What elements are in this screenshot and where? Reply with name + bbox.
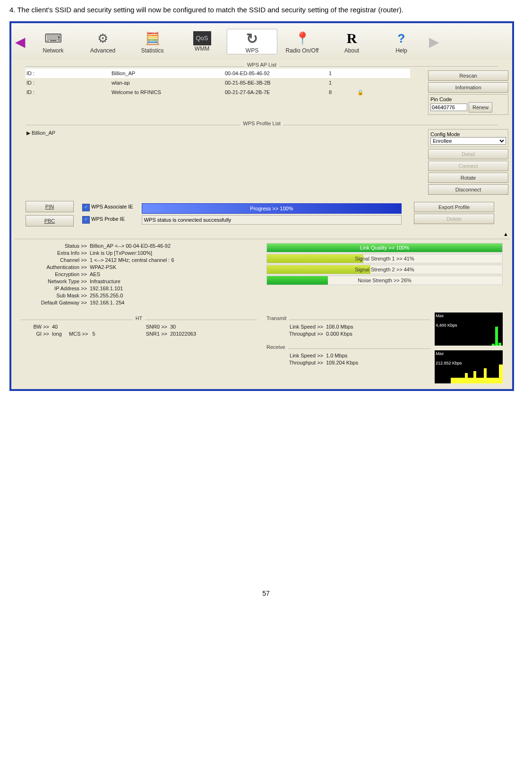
channel-label: Channel >> (21, 257, 90, 263)
noise-strength-bar: Noise Strength >> 26% (266, 276, 503, 285)
forward-arrow-icon[interactable]: ▶ (426, 34, 442, 50)
pin-button[interactable]: PIN (26, 201, 74, 212)
subnet-value: 255.255.255.0 (90, 293, 123, 298)
snr1-value: 201022063 (170, 331, 196, 337)
transmit-title: Transmit (266, 315, 286, 321)
pbc-button[interactable]: PBC (26, 215, 74, 226)
page-number: 57 (9, 590, 523, 597)
network-type-label: Network Type >> (21, 278, 90, 284)
progress-bar: Progress >> 100% (142, 203, 402, 214)
pin-code-input[interactable] (430, 104, 467, 111)
config-mode-select[interactable]: Enrollee (430, 137, 506, 145)
tab-help[interactable]: ?Help (377, 29, 426, 54)
svg-rect-4 (465, 373, 468, 383)
tab-label: WMM (195, 45, 209, 52)
ht-info: BW >>40 SNR0 >>30 GI >>long MCS >> 5 SNR… (21, 324, 257, 338)
config-mode-label: Config Mode (430, 131, 460, 137)
disconnect-button[interactable]: Disconnect (428, 184, 508, 195)
information-button[interactable]: Information (428, 82, 508, 93)
detail-button[interactable]: Detail (428, 149, 508, 159)
ip-value: 192.168.1.101 (90, 286, 123, 291)
back-arrow-icon[interactable]: ◀ (12, 34, 28, 50)
tab-label: Help (395, 47, 407, 54)
receive-title: Receive (266, 344, 285, 350)
rx-throughput-label: Throughput >> (266, 360, 326, 365)
tx-throughput-label: Throughput >> (266, 331, 326, 337)
wps-refresh-icon: ↻ (227, 29, 277, 47)
main-toolbar: ◀ ⌨Network ⚙Advanced 🧮Statistics QoSWMM … (11, 23, 512, 60)
tx-max-label: Max (436, 313, 502, 318)
ap-row[interactable]: ID : wlan-ap 00-21-85-BE-3B-2B 1 (26, 78, 410, 87)
ap-channel: 8 (329, 89, 357, 95)
tab-label: WPS (246, 47, 258, 54)
tab-wps[interactable]: ↻WPS (227, 29, 277, 54)
gateway-value: 192.168.1. 254 (90, 300, 124, 305)
connect-button[interactable]: Connect (428, 161, 508, 171)
tab-network[interactable]: ⌨Network (28, 29, 78, 54)
renew-button[interactable]: Renew (469, 102, 492, 113)
export-profile-button[interactable]: Export Profile (414, 202, 494, 212)
mcs-value: 5 (93, 331, 95, 337)
document-text: 4. The client's SSID and security settin… (9, 5, 523, 15)
ap-row[interactable]: ID : Welcome to RFINICS 00-21-27-6A-2B-7… (26, 87, 410, 97)
ap-ssid: Welcome to RFINICS (112, 89, 225, 95)
signal-strength-2-bar: Signal Strength 2 >> 44% (266, 265, 503, 274)
ap-ssid: Billion_AP (112, 70, 225, 76)
mcs-label: MCS >> (69, 331, 91, 337)
ap-channel: 1 (329, 70, 357, 76)
encryption-value: AES (90, 271, 100, 277)
gear-icon: ⚙ (78, 29, 128, 47)
tab-statistics[interactable]: 🧮Statistics (128, 29, 177, 54)
snr1-label: SNR1 >> (139, 331, 170, 337)
antenna-icon: 📍 (277, 29, 327, 47)
qos-icon: QoS (193, 31, 211, 45)
ap-list-header: WPS AP List (26, 62, 498, 68)
tab-label: Advanced (90, 47, 115, 54)
tab-label: About (344, 47, 359, 54)
tab-label: Statistics (141, 47, 163, 54)
channel-value: 1 <--> 2412 MHz; central channel : 6 (90, 257, 174, 263)
svg-rect-3 (451, 378, 503, 383)
tx-linkspeed-value: 108.0 Mbps (326, 324, 353, 330)
tab-about[interactable]: RAbout (327, 29, 377, 54)
connection-status: Status >>Billion_AP <--> 00-04-ED-85-46-… (21, 243, 257, 307)
gateway-label: Default Gateway >> (21, 300, 90, 305)
tab-wmm[interactable]: QoSWMM (177, 31, 227, 52)
snr0-value: 30 (170, 324, 176, 330)
receive-graph: Max 212.852 Kbps (435, 350, 503, 383)
tab-label: Network (43, 47, 63, 54)
pin-code-group: Pin Code Renew (428, 94, 508, 115)
ap-id-label: ID : (26, 89, 112, 95)
auth-value: WPA2-PSK (90, 264, 116, 270)
svg-rect-6 (484, 368, 487, 383)
encryption-label: Encryption >> (21, 271, 90, 277)
help-icon: ? (377, 29, 426, 47)
profile-item[interactable]: ▶ Billion_AP (26, 129, 410, 137)
signal-bars: Link Quality >> 100% Signal Strength 1 >… (266, 243, 503, 307)
extra-info-value: Link is Up [TxPower:100%] (90, 250, 152, 256)
ap-bssid: 00-21-85-BE-3B-2B (225, 80, 329, 86)
ap-list[interactable]: ID : Billion_AP 00-04-ED-85-46-92 1 ID :… (11, 69, 424, 119)
receive-header: Receive (266, 344, 430, 350)
gi-label: GI >> (21, 331, 52, 337)
tab-radio[interactable]: 📍Radio On/Off (277, 29, 327, 54)
bw-label: BW >> (21, 324, 52, 330)
ap-list-title: WPS AP List (247, 62, 276, 68)
tab-label: Radio On/Off (286, 47, 319, 54)
rescan-button[interactable]: Rescan (428, 70, 508, 81)
about-icon: R (327, 29, 377, 47)
profile-list[interactable]: ▶ Billion_AP (11, 127, 424, 198)
wps-associate-checkbox[interactable]: ✓ (82, 204, 90, 211)
wps-probe-checkbox[interactable]: ✓ (82, 216, 90, 224)
svg-rect-7 (499, 364, 503, 383)
tx-linkspeed-label: Link Speed >> (266, 324, 326, 330)
rotate-button[interactable]: Rotate (428, 173, 508, 183)
auth-label: Authentication >> (21, 264, 90, 270)
ap-row[interactable]: ID : Billion_AP 00-04-ED-85-46-92 1 (26, 69, 410, 78)
delete-button[interactable]: Delete (414, 214, 494, 224)
rx-linkspeed-label: Link Speed >> (266, 353, 326, 358)
collapse-toggle-icon[interactable]: ▲ (503, 231, 508, 237)
tab-advanced[interactable]: ⚙Advanced (78, 29, 128, 54)
ht-title: HT (136, 315, 143, 321)
subnet-label: Sub Mask >> (21, 293, 90, 298)
